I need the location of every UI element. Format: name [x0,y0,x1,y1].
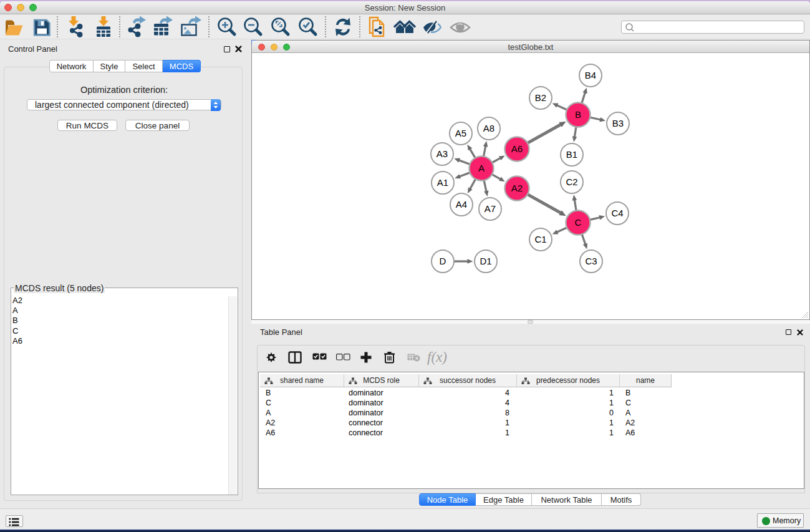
svg-text:C1: C1 [534,234,546,244]
svg-text:D: D [440,256,446,266]
svg-text:A4: A4 [456,199,467,210]
svg-text:C2: C2 [566,177,577,187]
svg-text:B4: B4 [585,70,596,80]
svg-text:A5: A5 [455,128,466,138]
svg-text:D1: D1 [480,256,491,266]
svg-text:A1: A1 [437,177,448,188]
svg-text:C4: C4 [611,208,623,218]
svg-text:A6: A6 [511,143,523,154]
svg-text:A7: A7 [485,203,496,214]
svg-text:B1: B1 [566,149,577,160]
svg-text:A2: A2 [511,183,523,193]
svg-text:A8: A8 [483,123,494,133]
svg-text:A: A [478,163,485,173]
svg-text:C3: C3 [585,256,597,266]
svg-text:B3: B3 [612,118,624,128]
svg-text:C: C [575,217,582,228]
svg-text:B: B [575,109,581,120]
svg-text:A3: A3 [436,148,448,159]
svg-text:B2: B2 [535,92,546,103]
